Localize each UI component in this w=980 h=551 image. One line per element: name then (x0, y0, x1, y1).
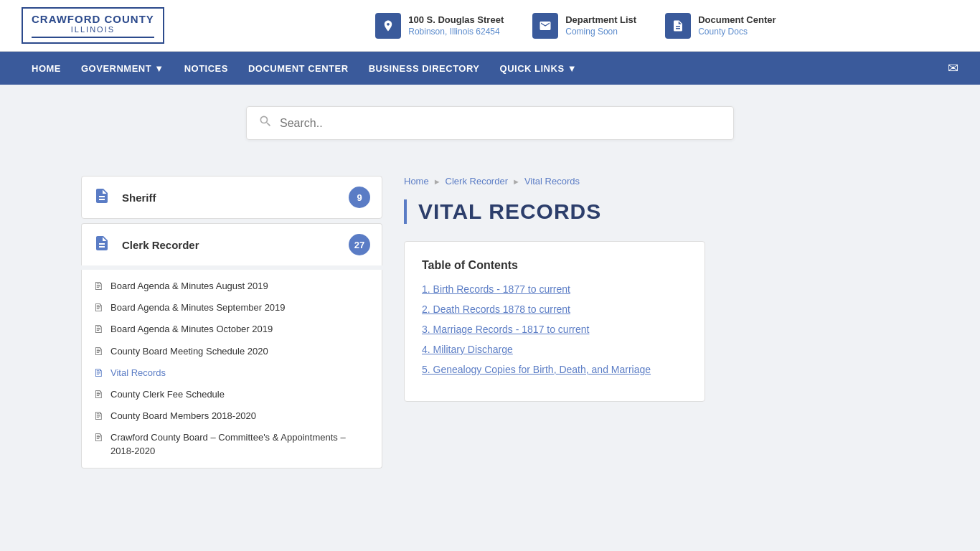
logo-line (32, 37, 154, 38)
sidebar-sheriff-badge: 9 (349, 187, 370, 208)
toc-item-4[interactable]: 4. Military Discharge (422, 344, 687, 355)
sheriff-icon (93, 187, 113, 207)
doc-center-icon (665, 13, 691, 39)
doc-center-info: Document Center County Docs (665, 13, 776, 39)
logo-subtitle: ILLINOIS (32, 25, 154, 34)
toc-item-2[interactable]: 2. Death Records 1878 to current (422, 303, 687, 315)
doc-icon-1: 🖹 (93, 302, 103, 314)
doc-icon-5: 🖹 (93, 389, 103, 400)
list-item[interactable]: 🖹 Board Agenda & Minutes September 2019 (82, 297, 382, 319)
nav-mail-icon[interactable]: ✉ (948, 60, 958, 76)
page-title: VITAL RECORDS (404, 199, 899, 224)
address-info: 100 S. Douglas Street Robinson, Illinois… (375, 13, 504, 39)
nav-business-directory[interactable]: BUSINESS DIRECTORY (359, 52, 490, 85)
sidebar-item-sheriff[interactable]: Sheriff 9 (81, 176, 382, 219)
logo-title: CRAWFORD COUNTY (32, 13, 154, 25)
address-icon (375, 13, 401, 39)
right-content: Home ► Clerk Recorder ► Vital Records VI… (382, 176, 899, 473)
list-item[interactable]: 🖹 County Board Members 2018-2020 (82, 405, 382, 427)
sidebar-sheriff-label: Sheriff (122, 192, 349, 204)
search-icon (258, 114, 273, 132)
toc-item-3[interactable]: 3. Marriage Records - 1817 to current (422, 324, 687, 335)
breadcrumb-sep-1: ► (433, 177, 441, 186)
doc-icon-7: 🖹 (93, 432, 103, 443)
search-area (0, 85, 980, 161)
nav-home[interactable]: HOME (22, 52, 71, 85)
top-bar: CRAWFORD COUNTY ILLINOIS 100 S. Douglas … (0, 0, 980, 52)
sidebar-clerk-badge: 27 (349, 234, 370, 255)
mail-icon (532, 13, 558, 39)
nav-bar: HOME GOVERNMENT ▼ NOTICES DOCUMENT CENTE… (0, 52, 980, 85)
sidebar-item-clerk[interactable]: Clerk Recorder 27 (81, 223, 382, 265)
breadcrumb-current: Vital Records (524, 176, 580, 187)
breadcrumb-parent[interactable]: Clerk Recorder (446, 176, 508, 187)
main-content: Sheriff 9 Clerk Recorder 27 🖹 Board Agen… (60, 161, 920, 487)
sidebar: Sheriff 9 Clerk Recorder 27 🖹 Board Agen… (81, 176, 382, 473)
breadcrumb-sep-2: ► (512, 177, 520, 186)
toc-item-1[interactable]: 1. Birth Records - 1877 to current (422, 283, 687, 295)
toc-card: Table of Contents 1. Birth Records - 187… (404, 241, 705, 402)
list-item[interactable]: 🖹 County Board Meeting Schedule 2020 (82, 341, 382, 362)
list-item[interactable]: 🖹 Board Agenda & Minutes August 2019 (82, 276, 382, 297)
nav-government[interactable]: GOVERNMENT ▼ (71, 52, 174, 85)
doc-center-text: Document Center County Docs (698, 14, 776, 37)
toc-item-5[interactable]: 5. Genealogy Copies for Birth, Death, an… (422, 364, 687, 375)
breadcrumb-home[interactable]: Home (404, 176, 429, 187)
toc-heading: Table of Contents (422, 259, 687, 272)
nav-document-center[interactable]: DOCUMENT CENTER (238, 52, 359, 85)
search-box (246, 106, 734, 140)
nav-notices[interactable]: NOTICES (174, 52, 238, 85)
list-item[interactable]: 🖹 Crawford County Board – Committee's & … (82, 427, 382, 461)
doc-icon-6: 🖹 (93, 410, 103, 422)
nav-quick-links[interactable]: QUICK LINKS ▼ (490, 52, 587, 85)
list-item[interactable]: 🖹 Board Agenda & Minutes October 2019 (82, 319, 382, 340)
clerk-icon (93, 235, 113, 255)
top-info: 100 S. Douglas Street Robinson, Illinois… (193, 13, 958, 39)
breadcrumb: Home ► Clerk Recorder ► Vital Records (404, 176, 899, 187)
doc-icon-0: 🖹 (93, 281, 103, 292)
address-text: 100 S. Douglas Street Robinson, Illinois… (408, 14, 504, 37)
dept-info: Department List Coming Soon (532, 13, 636, 39)
doc-icon-2: 🖹 (93, 324, 103, 335)
list-item[interactable]: 🖹 County Clerk Fee Schedule (82, 384, 382, 405)
doc-icon-3: 🖹 (93, 346, 103, 357)
doc-icon-4: 🖹 (93, 367, 103, 379)
sidebar-clerk-label: Clerk Recorder (122, 239, 349, 251)
dept-text: Department List Coming Soon (565, 14, 636, 37)
sidebar-list: 🖹 Board Agenda & Minutes August 2019 🖹 B… (81, 270, 382, 468)
search-input[interactable] (280, 117, 722, 130)
logo[interactable]: CRAWFORD COUNTY ILLINOIS (22, 7, 164, 44)
list-item-vital[interactable]: 🖹 Vital Records (82, 362, 382, 384)
